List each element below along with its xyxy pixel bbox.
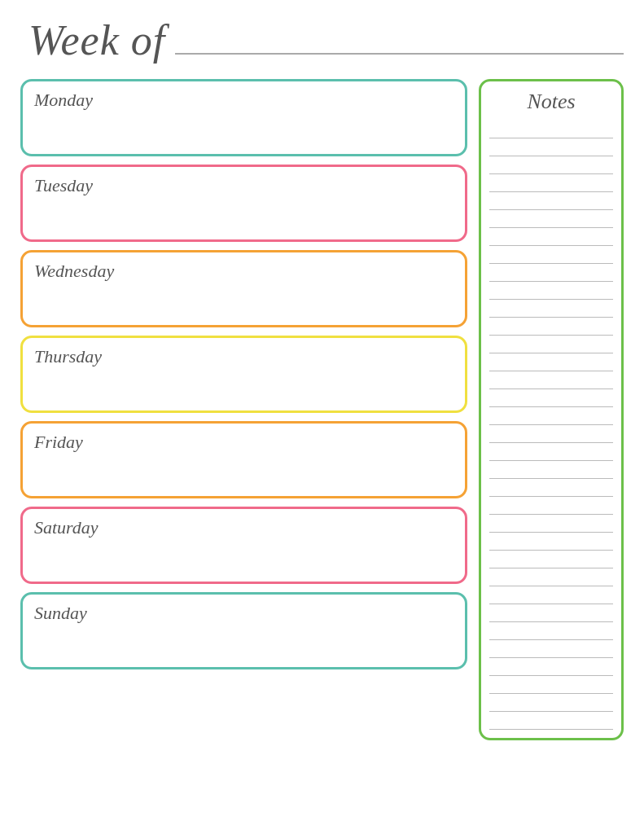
header: Week of — [20, 16, 624, 64]
notes-line — [489, 282, 613, 300]
days-column: MondayTuesdayWednesdayThursdayFridaySatu… — [20, 79, 467, 669]
notes-line — [489, 156, 613, 174]
day-box-friday[interactable]: Friday — [20, 421, 467, 498]
day-label-thursday: Thursday — [34, 346, 453, 367]
notes-line — [489, 192, 613, 210]
day-box-monday[interactable]: Monday — [20, 79, 467, 156]
notes-line — [489, 586, 613, 604]
day-label-wednesday: Wednesday — [34, 261, 453, 282]
notes-line — [489, 533, 613, 551]
notes-lines — [489, 121, 613, 730]
notes-line — [489, 407, 613, 425]
notes-line — [489, 264, 613, 282]
notes-title: Notes — [489, 90, 613, 114]
notes-line — [489, 515, 613, 533]
notes-line — [489, 371, 613, 389]
notes-line — [489, 479, 613, 497]
day-label-saturday: Saturday — [34, 517, 453, 538]
notes-line — [489, 389, 613, 407]
day-label-friday: Friday — [34, 432, 453, 453]
day-box-wednesday[interactable]: Wednesday — [20, 250, 467, 327]
notes-line — [489, 622, 613, 640]
day-box-sunday[interactable]: Sunday — [20, 592, 467, 669]
notes-line — [489, 228, 613, 246]
day-label-monday: Monday — [34, 90, 453, 111]
notes-line — [489, 210, 613, 228]
notes-line — [489, 640, 613, 658]
notes-line — [489, 336, 613, 353]
notes-line — [489, 300, 613, 318]
day-label-tuesday: Tuesday — [34, 175, 453, 196]
notes-line — [489, 497, 613, 515]
notes-line — [489, 353, 613, 371]
main-layout: MondayTuesdayWednesdayThursdayFridaySatu… — [20, 79, 624, 740]
notes-column: Notes — [479, 79, 624, 740]
notes-line — [489, 443, 613, 461]
week-of-title: Week of — [28, 16, 165, 64]
day-box-thursday[interactable]: Thursday — [20, 336, 467, 413]
notes-line — [489, 121, 613, 138]
day-box-saturday[interactable]: Saturday — [20, 507, 467, 584]
notes-line — [489, 246, 613, 264]
notes-line — [489, 694, 613, 712]
notes-line — [489, 568, 613, 586]
notes-line — [489, 658, 613, 676]
day-label-sunday: Sunday — [34, 603, 453, 624]
header-underline — [175, 53, 624, 55]
notes-line — [489, 318, 613, 336]
notes-line — [489, 461, 613, 479]
notes-line — [489, 551, 613, 568]
notes-line — [489, 712, 613, 730]
day-box-tuesday[interactable]: Tuesday — [20, 165, 467, 242]
notes-line — [489, 604, 613, 622]
notes-line — [489, 138, 613, 156]
notes-line — [489, 425, 613, 443]
notes-line — [489, 676, 613, 694]
notes-line — [489, 174, 613, 192]
page: Week of MondayTuesdayWednesdayThursdayFr… — [20, 16, 624, 740]
